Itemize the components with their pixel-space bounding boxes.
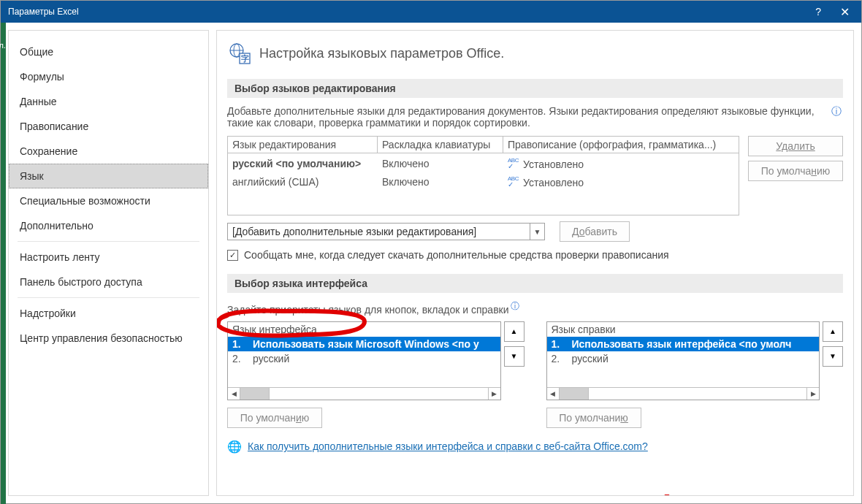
horizontal-scrollbar[interactable]: ◀ ▶ (228, 387, 500, 400)
table-row[interactable]: английский (США) Включено ABC✓ Установле… (228, 173, 739, 191)
chevron-down-icon[interactable]: ▼ (530, 224, 544, 240)
ui-language-description: Задайте приоритеты языков для кнопок, вк… (227, 300, 843, 316)
scroll-right-icon[interactable]: ▶ (806, 388, 819, 400)
close-button[interactable]: ✕ (836, 5, 854, 19)
annotation-underline (216, 495, 679, 496)
svg-text:字: 字 (241, 54, 249, 63)
abc-check-icon: ABC✓ (508, 158, 519, 170)
remove-button[interactable]: Удалить (748, 136, 843, 156)
editing-languages-section-header: Выбор языков редактирования (227, 79, 843, 98)
globe-icon: 🌐 (227, 440, 242, 454)
excel-green-strip-text: іл. (0, 41, 6, 50)
scroll-thumb[interactable] (240, 388, 270, 400)
editing-languages-description: Добавьте дополнительные языки для редакт… (227, 105, 843, 129)
sidebar-item-advanced[interactable]: Дополнительно (9, 213, 208, 238)
page-title: Настройка языковых параметров Office. (259, 46, 504, 61)
move-up-button[interactable]: ▲ (823, 321, 843, 342)
more-languages-link[interactable]: Как получить дополнительные языки интерф… (248, 440, 648, 452)
move-down-button[interactable]: ▼ (823, 346, 843, 367)
sidebar-item-accessibility[interactable]: Специальные возможности (9, 188, 208, 213)
help-default-button[interactable]: По умолчанию (546, 408, 641, 428)
list-item[interactable]: 2. русский (228, 351, 500, 366)
window-title: Параметры Excel (8, 7, 815, 17)
scroll-right-icon[interactable]: ▶ (488, 388, 500, 400)
notify-checkbox[interactable]: ✓ (227, 250, 238, 261)
sidebar: Общие Формулы Данные Правописание Сохран… (8, 30, 209, 496)
column-header-proofing: Правописание (орфография, грамматика...) (503, 137, 739, 153)
help-button[interactable]: ? (815, 6, 821, 18)
scroll-left-icon[interactable]: ◀ (547, 388, 560, 400)
sidebar-item-qat[interactable]: Панель быстрого доступа (9, 270, 208, 294)
ui-language-section-header: Выбор языка интерфейса (227, 274, 843, 293)
column-header-keyboard: Раскладка клавиатуры (378, 137, 503, 153)
sidebar-item-formulas[interactable]: Формулы (9, 64, 208, 89)
info-icon[interactable]: ⓘ (831, 105, 842, 118)
language-icon: 字 (227, 41, 252, 66)
sidebar-separator (18, 297, 199, 298)
display-default-button[interactable]: По умолчанию (227, 408, 322, 428)
notify-checkbox-label: Сообщать мне, когда следует скачать допо… (244, 249, 669, 261)
display-language-listbox[interactable]: Язык интерфейса 1. Использовать язык Mic… (227, 321, 501, 400)
sidebar-item-customize-ribbon[interactable]: Настроить ленту (9, 245, 208, 270)
set-default-button[interactable]: По умолчанию (748, 161, 843, 181)
add-button[interactable]: Добавить (560, 221, 630, 242)
sidebar-item-data[interactable]: Данные (9, 89, 208, 114)
sidebar-separator (18, 241, 199, 242)
scroll-thumb[interactable] (560, 388, 589, 400)
list-item[interactable]: 1. Использовать язык Microsoft Windows <… (228, 337, 500, 351)
titlebar: Параметры Excel ? ✕ (1, 1, 861, 23)
content-pane: 字 Настройка языковых параметров Office. … (216, 30, 854, 496)
sidebar-item-trust-center[interactable]: Центр управления безопасностью (9, 326, 208, 351)
horizontal-scrollbar[interactable]: ◀ ▶ (547, 387, 820, 400)
move-up-button[interactable]: ▲ (504, 321, 525, 342)
help-language-listbox[interactable]: Язык справки 1. Использовать язык интерф… (546, 321, 820, 400)
move-down-button[interactable]: ▼ (504, 346, 525, 367)
editing-languages-table[interactable]: Язык редактирования Раскладка клавиатуры… (227, 136, 739, 215)
list-item[interactable]: 1. Использовать язык интерфейса <по умол… (547, 337, 820, 351)
sidebar-item-save[interactable]: Сохранение (9, 139, 208, 164)
abc-check-icon: ABC✓ (508, 176, 519, 188)
excel-green-strip (1, 23, 6, 504)
sidebar-item-language[interactable]: Язык (9, 164, 208, 188)
sidebar-item-proofing[interactable]: Правописание (9, 114, 208, 139)
sidebar-item-addins[interactable]: Надстройки (9, 301, 208, 326)
table-row[interactable]: русский <по умолчанию> Включено ABC✓ Уст… (228, 155, 739, 173)
info-icon[interactable]: ⓘ (511, 301, 519, 311)
scroll-left-icon[interactable]: ◀ (228, 388, 240, 400)
list-item[interactable]: 2. русский (547, 351, 820, 366)
add-language-combo[interactable]: [Добавить дополнительные языки редактиро… (227, 223, 545, 240)
sidebar-item-general[interactable]: Общие (9, 39, 208, 64)
column-header-language: Язык редактирования (228, 137, 378, 153)
